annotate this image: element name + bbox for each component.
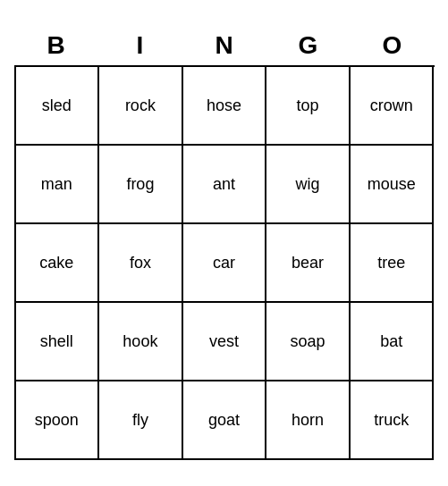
- cell-r3-c1: hook: [99, 303, 183, 381]
- bingo-grid: sled rock hose top crown man frog ant wi…: [14, 65, 435, 460]
- cell-r0-c0: sled: [16, 67, 100, 146]
- header-i: I: [98, 26, 182, 65]
- cell-r2-c3: bear: [266, 224, 351, 303]
- header-b: B: [14, 26, 98, 65]
- header-o: O: [351, 26, 435, 65]
- bingo-row: spoon fly goat horn truck: [16, 381, 435, 460]
- bingo-row: shell hook vest soap bat: [16, 303, 435, 381]
- cell-r4-c3: horn: [266, 381, 351, 460]
- cell-r3-c2: vest: [183, 303, 267, 381]
- cell-r3-c3: soap: [266, 303, 351, 381]
- cell-r0-c2: hose: [183, 67, 267, 146]
- cell-r2-c0: cake: [16, 224, 100, 303]
- header-n: N: [182, 26, 266, 65]
- cell-r0-c4: crown: [351, 67, 435, 146]
- header-g: G: [266, 26, 351, 65]
- bingo-row: sled rock hose top crown: [16, 67, 435, 146]
- cell-r0-c1: rock: [99, 67, 183, 146]
- cell-r4-c0: spoon: [16, 381, 100, 460]
- cell-r2-c1: fox: [99, 224, 183, 303]
- cell-r1-c0: man: [16, 146, 100, 224]
- cell-r2-c4: tree: [351, 224, 435, 303]
- bingo-row: cake fox car bear tree: [16, 224, 435, 303]
- bingo-card: B I N G O sled rock hose top crown man f…: [14, 26, 435, 460]
- bingo-header: B I N G O: [14, 26, 435, 65]
- cell-r1-c2: ant: [183, 146, 267, 224]
- cell-r0-c3: top: [266, 67, 351, 146]
- bingo-row: man frog ant wig mouse: [16, 146, 435, 224]
- cell-r1-c1: frog: [99, 146, 183, 224]
- cell-r2-c2: car: [183, 224, 267, 303]
- cell-r4-c1: fly: [99, 381, 183, 460]
- cell-r4-c2: goat: [183, 381, 267, 460]
- cell-r3-c4: bat: [351, 303, 435, 381]
- cell-r3-c0: shell: [16, 303, 100, 381]
- cell-r1-c3: wig: [266, 146, 351, 224]
- cell-r4-c4: truck: [351, 381, 435, 460]
- cell-r1-c4: mouse: [351, 146, 435, 224]
